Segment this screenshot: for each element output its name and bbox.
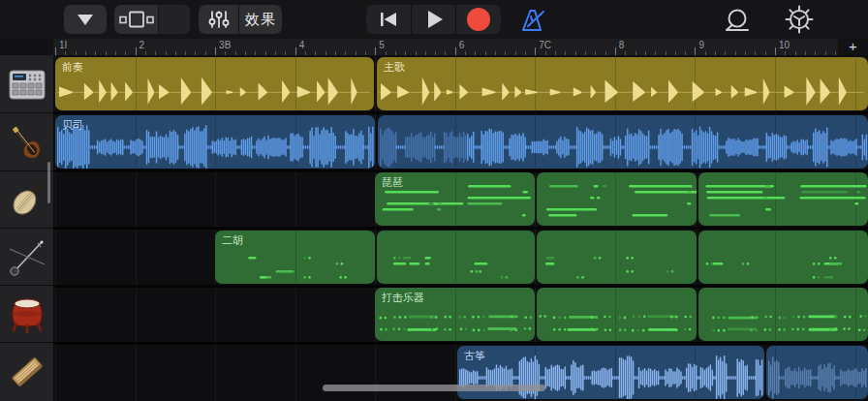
settings-gear-icon [784, 5, 816, 35]
add-bars-button[interactable]: + [838, 39, 868, 55]
midi-notes [377, 231, 535, 284]
midi-notes [698, 288, 868, 341]
region-row5-2[interactable] [537, 288, 697, 341]
track-header-column [0, 55, 53, 401]
bar-tick [695, 47, 696, 55]
metronome-button[interactable] [515, 6, 550, 33]
region-label: 二胡 [222, 233, 243, 248]
region-row4-3[interactable] [537, 231, 697, 284]
region-label: 主歌 [384, 60, 405, 75]
song-sections-button[interactable] [64, 5, 107, 34]
bar-tick [455, 47, 456, 55]
bar-label: 7C [539, 40, 551, 50]
tracks-icon [119, 11, 154, 28]
region-主歌[interactable]: 主歌 [377, 57, 868, 110]
mixer-button[interactable] [199, 5, 238, 34]
track-drums[interactable] [0, 55, 53, 113]
bar-label: 4 [299, 40, 305, 50]
region-label: 琵琶 [382, 175, 403, 190]
play-icon [424, 10, 444, 29]
row-separator [53, 342, 868, 345]
skip-back-icon [379, 11, 398, 28]
vertical-scrollbar[interactable] [47, 162, 50, 203]
effects-group: 效果 [199, 5, 282, 34]
track-header-expand[interactable] [158, 5, 190, 34]
bar-tick [295, 47, 296, 55]
record-icon [467, 8, 490, 31]
guzheng-icon [6, 351, 48, 393]
ruler-corner [0, 39, 53, 55]
bar-label: 1I [59, 40, 67, 50]
skip-to-beginning-button[interactable] [366, 5, 411, 34]
region-row4-2[interactable] [377, 231, 535, 284]
loop-browser-button[interactable] [719, 7, 756, 34]
region-label: 古筝 [464, 349, 485, 363]
bar-tick [375, 47, 376, 55]
triangle-down-icon [77, 13, 94, 26]
track-pipa[interactable] [0, 170, 53, 229]
timeline-area[interactable]: 前奏主歌贝司琵琶二胡打击乐器古筝 [53, 55, 868, 401]
region-琵琶[interactable]: 琵琶 [375, 172, 535, 226]
region-打击乐器[interactable]: 打击乐器 [375, 288, 535, 341]
bar-tick [535, 47, 536, 55]
drum-machine-icon [7, 65, 47, 104]
waveform [55, 57, 374, 110]
bar-label: 6 [459, 40, 465, 50]
row-separator [53, 111, 868, 114]
region-前奏[interactable]: 前奏 [55, 57, 374, 110]
metronome-icon [518, 7, 547, 33]
midi-notes [698, 172, 868, 226]
bar-label: 10 [779, 40, 790, 50]
pipa-icon [7, 179, 47, 220]
track-guzheng[interactable] [0, 342, 53, 401]
track-bass[interactable] [0, 113, 53, 171]
region-row2-2[interactable] [378, 115, 868, 169]
garageband-app: 效果 [0, 0, 868, 401]
bar-tick [215, 47, 216, 55]
bass-guitar-icon [6, 122, 48, 163]
track-percussion[interactable] [0, 285, 53, 343]
region-row3-3[interactable] [698, 172, 868, 226]
track-controls-button[interactable] [114, 5, 190, 34]
bar-label: 8 [619, 40, 625, 50]
bar-label: 3B [219, 40, 231, 50]
timeline-ruler[interactable]: 1I23B4567C8910 [53, 39, 838, 55]
midi-notes [537, 231, 697, 284]
row-separator [53, 227, 868, 230]
effects-button[interactable]: 效果 [238, 5, 282, 34]
region-row4-4[interactable] [698, 231, 868, 284]
mixer-sliders-icon [208, 10, 230, 29]
midi-notes [537, 288, 697, 341]
toolbar: 效果 [0, 0, 868, 39]
track-view-toggle[interactable] [114, 5, 158, 34]
waveform [766, 346, 868, 399]
erhu-icon [6, 235, 48, 278]
region-row5-3[interactable] [698, 288, 868, 341]
region-label: 贝司 [62, 118, 83, 133]
bar-label: 5 [379, 40, 385, 50]
region-label: 打击乐器 [382, 291, 424, 305]
bar-label: 9 [698, 40, 704, 50]
bar-label: 2 [140, 40, 145, 50]
midi-notes [698, 231, 868, 284]
bar-tick [775, 47, 776, 55]
waveform [377, 57, 868, 110]
bar-tick [615, 47, 616, 55]
horizontal-scrollbar[interactable] [323, 385, 545, 391]
bar-tick [136, 47, 137, 55]
loop-icon [720, 8, 755, 33]
waveform [55, 115, 375, 169]
region-row3-2[interactable] [537, 172, 697, 226]
record-button[interactable] [455, 5, 501, 34]
effects-label: 效果 [245, 11, 276, 29]
settings-button[interactable] [781, 5, 818, 35]
play-button[interactable] [411, 5, 456, 34]
chinese-drum-icon [7, 293, 47, 335]
region-row6-2[interactable] [766, 346, 868, 399]
region-贝司[interactable]: 贝司 [55, 115, 375, 169]
bar-tick [55, 47, 56, 55]
midi-notes [537, 172, 697, 226]
track-erhu[interactable] [0, 228, 53, 286]
region-二胡[interactable]: 二胡 [215, 231, 375, 284]
transport-controls [366, 5, 501, 34]
